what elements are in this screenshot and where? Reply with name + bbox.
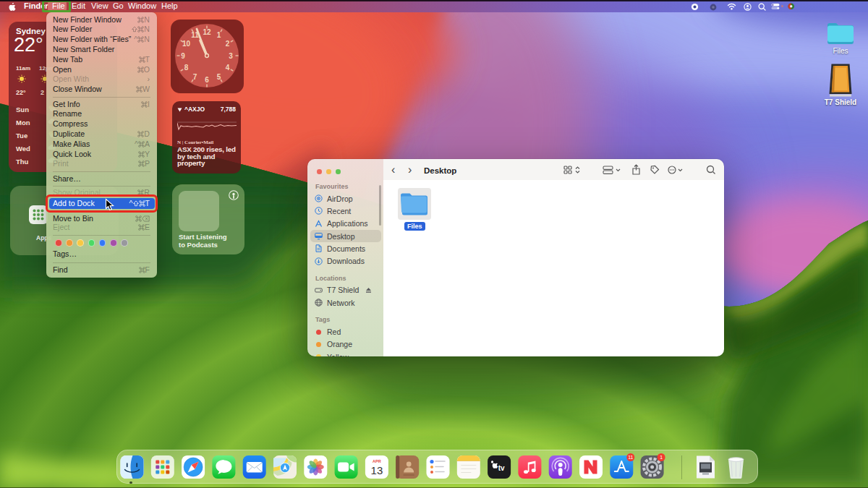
svg-text:11: 11 [628,455,633,460]
svg-text:10: 10 [182,40,191,48]
svg-text:6: 6 [205,76,209,84]
svg-text:8: 8 [184,64,189,72]
svg-text:5: 5 [217,73,221,81]
svg-text:12: 12 [203,28,211,36]
svg-text:4: 4 [226,64,230,72]
svg-text:tv: tv [498,464,505,472]
svg-text:1: 1 [660,455,663,460]
svg-text:1: 1 [217,31,221,39]
svg-text:13: 13 [371,464,383,476]
svg-text:9: 9 [181,52,185,60]
svg-text:3: 3 [229,52,233,60]
svg-text:7: 7 [193,73,197,81]
svg-text:APR: APR [373,459,381,463]
svg-text:2: 2 [226,40,230,48]
